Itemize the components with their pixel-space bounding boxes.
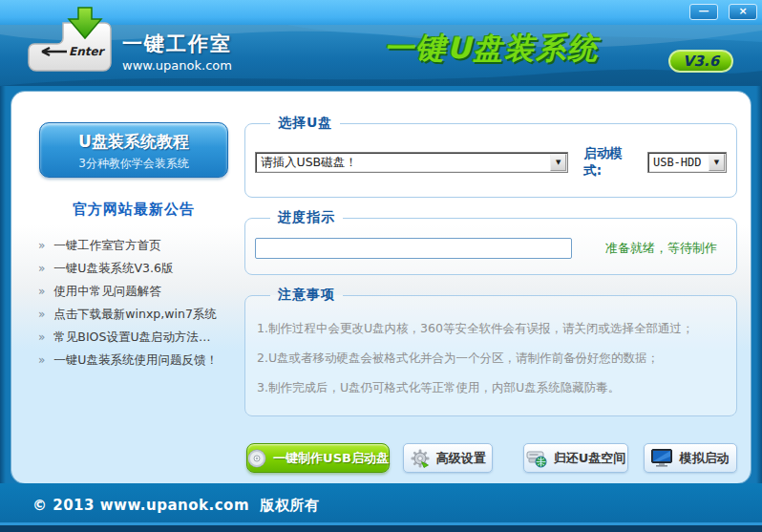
minimize-button[interactable]: —: [689, 4, 718, 20]
sidebar-link-home[interactable]: » 一键工作室官方首页: [38, 234, 243, 257]
select-usb-title: 选择U盘: [270, 115, 340, 132]
sidebar-link-bios[interactable]: » 常见BIOS设置U盘启动方法…: [38, 326, 243, 349]
chevron-right-icon: »: [38, 330, 45, 344]
boot-mode-select[interactable]: USB-HDD ▼: [647, 152, 727, 173]
main-panel: U盘装系统教程 3分种教你学会装系统 官方网站最新公告 » 一键工作室官方首页 …: [11, 92, 751, 483]
sidebar-link-label: 一键工作室官方首页: [53, 238, 161, 254]
make-usb-button[interactable]: 一键制作USB启动盘: [246, 443, 390, 473]
drive-globe-icon: [526, 449, 547, 468]
copyright-text: © 2013 www.upanok.com 版权所有: [32, 497, 319, 515]
sidebar-link-feedback[interactable]: » 一键U盘装系统使用问题反馈！: [38, 349, 243, 372]
progress-bar: [255, 238, 572, 259]
chevron-right-icon: »: [38, 353, 45, 367]
status-text: 准备就绪，等待制作: [605, 240, 717, 257]
chevron-right-icon: »: [38, 262, 45, 275]
action-buttons-row: 一键制作USB启动盘: [246, 443, 737, 473]
note-line: 3.制作完成后，U盘仍可格式化等正常使用，内部U盘系统隐藏防毒。: [257, 372, 725, 402]
note-line: 1.制作过程中会更改U盘内核，360等安全软件会有误报，请关闭或选择全部通过；: [257, 313, 725, 343]
boot-mode-label: 启动模式:: [583, 145, 640, 180]
chevron-right-icon: »: [38, 285, 45, 298]
chevron-right-icon: »: [38, 308, 45, 321]
notes-title: 注意事项: [270, 287, 343, 304]
sidebar-link-label: 使用中常见问题解答: [53, 284, 161, 300]
sidebar-link-label: 一键U盘装系统V3.6版: [53, 261, 173, 277]
sidebar-link-download[interactable]: » 点击下载最新winxp,win7系统: [38, 303, 243, 326]
gear-icon: [411, 449, 430, 468]
usb-drive-select-value: 请插入USB磁盘！: [256, 155, 550, 171]
advanced-settings-button[interactable]: 高级设置: [403, 443, 493, 473]
sidebar-link-faq[interactable]: » 使用中常见问题解答: [38, 280, 243, 303]
dropdown-arrow-icon[interactable]: ▼: [550, 154, 566, 171]
brand-name: 一键工作室: [122, 31, 232, 57]
dropdown-arrow-icon[interactable]: ▼: [709, 154, 725, 171]
app-window: — × Enter 一键工作室 www.upanok.com 一键U盘装系统 V…: [0, 0, 762, 532]
progress-title: 进度指示: [270, 209, 343, 226]
footer: © 2013 www.upanok.com 版权所有: [0, 483, 762, 532]
footer-edge: [0, 525, 762, 532]
enter-key-label: Enter: [69, 45, 106, 58]
tutorial-button-subtitle: 3分种教你学会装系统: [40, 156, 227, 172]
monitor-icon: [651, 449, 672, 467]
boot-mode-select-value: USB-HDD: [648, 156, 709, 169]
sidebar: U盘装系统教程 3分种教你学会装系统 官方网站最新公告 » 一键工作室官方首页 …: [25, 122, 243, 372]
brand-block: 一键工作室 www.upanok.com: [122, 31, 232, 73]
cd-disc-icon: [247, 449, 266, 468]
sidebar-link-version[interactable]: » 一键U盘装系统V3.6版: [38, 257, 243, 280]
app-title: 一键U盘装系统: [384, 29, 599, 69]
note-line: 2.U盘或者移动硬盘会被格式化并合为一个分区，请制作前备份好您的数据；: [257, 343, 725, 372]
notes-section: 注意事项 1.制作过程中会更改U盘内核，360等安全软件会有误报，请关闭或选择全…: [244, 287, 737, 416]
usb-drive-select[interactable]: 请插入USB磁盘！ ▼: [255, 152, 568, 173]
enter-key-logo: Enter: [21, 6, 120, 78]
restore-usb-button-label: 归还U盘空间: [554, 450, 626, 467]
make-usb-button-label: 一键制作USB启动盘: [273, 450, 389, 467]
chevron-right-icon: »: [38, 239, 45, 252]
tutorial-button-title: U盘装系统教程: [40, 131, 227, 153]
close-button[interactable]: ×: [729, 4, 757, 20]
restore-usb-button[interactable]: 归还U盘空间: [523, 443, 628, 473]
progress-section: 进度指示 准备就绪，等待制作: [244, 209, 737, 275]
simulate-boot-button-label: 模拟启动: [679, 450, 729, 467]
sidebar-link-label: 一键U盘装系统使用问题反馈！: [53, 352, 218, 369]
brand-url: www.upanok.com: [122, 58, 232, 73]
version-badge: V3.6: [668, 50, 733, 73]
announcement-links: » 一键工作室官方首页 » 一键U盘装系统V3.6版 » 使用中常见问题解答 »…: [25, 234, 243, 372]
announcements-heading: 官方网站最新公告: [25, 201, 243, 219]
content-column: 选择U盘 请插入USB磁盘！ ▼ 启动模式: USB-HDD ▼ 进度指示: [244, 115, 737, 473]
advanced-settings-button-label: 高级设置: [436, 450, 486, 467]
sidebar-link-label: 点击下载最新winxp,win7系统: [53, 307, 217, 323]
tutorial-button[interactable]: U盘装系统教程 3分种教你学会装系统: [39, 122, 228, 178]
select-usb-section: 选择U盘 请插入USB磁盘！ ▼ 启动模式: USB-HDD ▼: [244, 115, 737, 198]
simulate-boot-button[interactable]: 模拟启动: [644, 443, 737, 473]
sidebar-link-label: 常见BIOS设置U盘启动方法…: [53, 330, 210, 346]
